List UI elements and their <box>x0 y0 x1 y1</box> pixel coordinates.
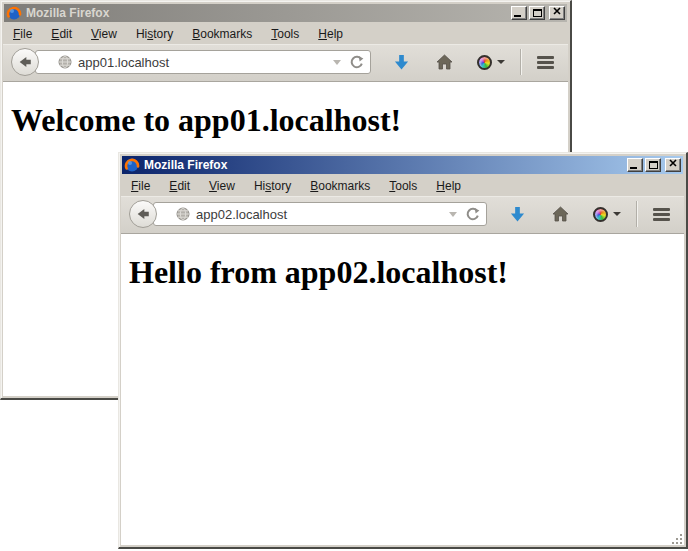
menu-bookmarks[interactable]: Bookmarks <box>310 179 370 193</box>
minimize-icon <box>630 167 637 169</box>
page-heading: Welcome to app01.localhost! <box>11 102 560 139</box>
reload-icon[interactable] <box>349 55 364 70</box>
colorwheel-addon-button[interactable] <box>593 207 621 222</box>
window-controls <box>511 6 565 20</box>
close-button[interactable] <box>549 6 565 20</box>
download-icon[interactable] <box>509 206 526 223</box>
menu-view[interactable]: View <box>209 179 235 193</box>
url-bar[interactable] <box>35 50 371 74</box>
close-icon <box>669 155 677 170</box>
menu-edit[interactable]: Edit <box>169 179 190 193</box>
colorwheel-addon-button[interactable] <box>477 55 505 70</box>
window-title: Mozilla Firefox <box>26 6 511 20</box>
reload-icon[interactable] <box>465 207 480 222</box>
page-heading: Hello from app02.localhost! <box>129 254 676 291</box>
urlbar-dropdown-icon[interactable] <box>333 60 341 65</box>
minimize-button[interactable] <box>627 158 643 172</box>
maximize-icon <box>649 161 658 169</box>
page-content: Hello from app02.localhost! <box>121 234 684 545</box>
maximize-button[interactable] <box>529 6 545 20</box>
url-bar[interactable] <box>153 202 487 226</box>
colorwheel-icon <box>477 55 492 70</box>
menu-file[interactable]: File <box>13 27 32 41</box>
toolbar-separator <box>520 49 522 75</box>
titlebar[interactable]: Mozilla Firefox <box>122 156 683 174</box>
close-button[interactable] <box>665 158 681 172</box>
navigation-toolbar <box>3 44 568 82</box>
maximize-button[interactable] <box>645 158 661 172</box>
navigation-toolbar <box>121 196 684 234</box>
maximize-icon <box>533 9 542 17</box>
window-controls <box>627 158 681 172</box>
minimize-button[interactable] <box>511 6 527 20</box>
colorwheel-icon <box>593 207 608 222</box>
minimize-icon <box>514 15 521 17</box>
resize-grip[interactable] <box>670 531 683 544</box>
menu-file[interactable]: File <box>131 179 150 193</box>
menubar: File Edit View History Bookmarks Tools H… <box>121 175 684 196</box>
menu-view[interactable]: View <box>91 27 117 41</box>
back-arrow-icon <box>17 54 33 70</box>
url-input[interactable] <box>196 207 445 222</box>
menu-edit[interactable]: Edit <box>51 27 72 41</box>
firefox-window-app02[interactable]: Mozilla Firefox File Edit View History B… <box>118 152 688 549</box>
menu-bookmarks[interactable]: Bookmarks <box>192 27 252 41</box>
back-button[interactable] <box>11 48 39 76</box>
close-icon <box>553 3 561 18</box>
globe-icon <box>58 55 72 69</box>
back-button[interactable] <box>129 200 157 228</box>
globe-icon <box>176 207 190 221</box>
firefox-icon <box>6 5 22 21</box>
urlbar-dropdown-icon[interactable] <box>449 212 457 217</box>
firefox-icon <box>124 157 140 173</box>
titlebar[interactable]: Mozilla Firefox <box>4 4 567 22</box>
menu-icon[interactable] <box>653 208 670 221</box>
chevron-down-icon <box>613 212 621 216</box>
menu-history[interactable]: History <box>136 27 173 41</box>
menu-history[interactable]: History <box>254 179 291 193</box>
menubar: File Edit View History Bookmarks Tools H… <box>3 23 568 44</box>
url-input[interactable] <box>78 55 329 70</box>
window-title: Mozilla Firefox <box>144 158 627 172</box>
menu-help[interactable]: Help <box>318 27 343 41</box>
home-icon[interactable] <box>436 54 453 70</box>
toolbar-separator <box>636 201 638 227</box>
back-arrow-icon <box>135 206 151 222</box>
chevron-down-icon <box>497 60 505 64</box>
home-icon[interactable] <box>552 206 569 222</box>
menu-tools[interactable]: Tools <box>389 179 417 193</box>
menu-icon[interactable] <box>537 56 554 69</box>
menu-help[interactable]: Help <box>436 179 461 193</box>
download-icon[interactable] <box>393 54 410 71</box>
menu-tools[interactable]: Tools <box>271 27 299 41</box>
